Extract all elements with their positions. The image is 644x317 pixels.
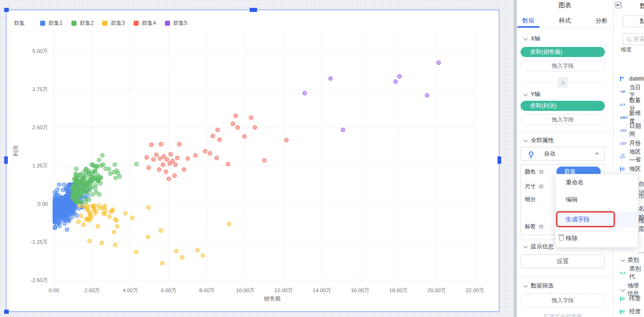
selection-handle-top-center[interactable]	[250, 8, 257, 12]
scatter-point[interactable]	[160, 261, 164, 265]
selection-handle-right-middle[interactable]	[498, 156, 501, 164]
selection-handle-left-middle[interactable]	[4, 156, 8, 164]
scatter-point[interactable]	[177, 142, 181, 146]
scatter-point[interactable]	[62, 183, 66, 186]
scatter-point[interactable]	[71, 196, 75, 200]
scatter-point[interactable]	[84, 184, 88, 187]
scatter-point[interactable]	[341, 128, 345, 132]
field-item[interactable]: 0.2类别代	[620, 269, 644, 277]
scatter-point[interactable]	[146, 235, 150, 239]
scatter-point[interactable]	[88, 239, 91, 243]
scatter-point[interactable]	[173, 174, 176, 178]
menu-item-generate-field[interactable]: 生成字段	[556, 212, 638, 227]
field-item[interactable]: TIF当日下	[620, 88, 644, 95]
scatter-point[interactable]	[101, 211, 105, 215]
scatter-point[interactable]	[94, 190, 98, 194]
scatter-point[interactable]	[175, 249, 178, 253]
search-field-box[interactable]: 搜索字段	[623, 33, 644, 45]
gear-icon[interactable]: ⚙	[539, 169, 544, 175]
scatter-point[interactable]	[242, 135, 246, 138]
scatter-point[interactable]	[101, 163, 105, 167]
scatter-point[interactable]	[195, 248, 199, 252]
scatter-point[interactable]	[96, 179, 100, 183]
x-axis-field-pill[interactable]: 求和(销售额)	[521, 47, 605, 57]
scatter-point[interactable]	[217, 138, 221, 141]
scatter-point[interactable]	[123, 212, 127, 215]
gear-icon[interactable]: ⚙	[539, 184, 544, 190]
scatter-point[interactable]	[75, 213, 79, 217]
scatter-point[interactable]	[135, 250, 138, 254]
scatter-point[interactable]	[79, 214, 83, 218]
scatter-point[interactable]	[285, 138, 288, 142]
selection-handle-top-left[interactable]	[4, 8, 9, 12]
field-item[interactable]: ABC新维度	[620, 114, 644, 121]
scatter-point[interactable]	[76, 176, 80, 179]
scatter-point[interactable]	[74, 167, 78, 171]
scatter-point[interactable]	[203, 150, 207, 153]
scatter-point[interactable]	[249, 116, 253, 120]
scatter-point[interactable]	[76, 181, 79, 184]
scatter-point[interactable]	[157, 167, 161, 171]
scatter-point[interactable]	[97, 158, 101, 162]
scatter-point[interactable]	[57, 219, 61, 222]
scatter-point[interactable]	[100, 241, 104, 245]
scatter-point[interactable]	[130, 216, 134, 219]
scatter-point[interactable]	[96, 225, 100, 228]
scatter-point[interactable]	[61, 188, 64, 192]
style-mode-select[interactable]: 自动	[521, 147, 605, 161]
collapse-panel-icon[interactable]: ▶	[615, 2, 622, 8]
scatter-point[interactable]	[100, 154, 104, 157]
scatter-point[interactable]	[112, 230, 116, 234]
scatter-point[interactable]	[161, 163, 165, 167]
scatter-point[interactable]	[71, 187, 75, 190]
scatter-point[interactable]	[165, 158, 169, 161]
scatter-point[interactable]	[303, 91, 306, 95]
scatter-point[interactable]	[115, 225, 119, 228]
selection-handle-bottom-left[interactable]	[4, 310, 9, 314]
section-tooltip[interactable]: 提示信息	[523, 243, 554, 251]
scatter-point[interactable]	[159, 229, 163, 232]
field-item[interactable]: 经度	[620, 308, 641, 315]
scatter-point[interactable]	[164, 170, 168, 173]
filter-drop-zone[interactable]: 拖入字段	[521, 294, 605, 307]
chart-widget[interactable]: 群集 群集1群集2群集3群集4群集5 0.002.00万4.00万6.00万8.…	[6, 10, 499, 312]
scatter-point[interactable]	[253, 126, 257, 129]
scatter-point[interactable]	[73, 192, 77, 196]
scatter-point[interactable]	[176, 156, 179, 160]
canvas-scrollbar[interactable]	[514, 0, 517, 317]
scatter-point[interactable]	[116, 171, 120, 175]
scatter-point[interactable]	[107, 167, 111, 171]
scatter-point[interactable]	[96, 173, 100, 177]
scatter-point[interactable]	[76, 220, 80, 224]
scatter-point[interactable]	[147, 166, 151, 169]
menu-item-rename[interactable]: 重命名	[556, 176, 638, 190]
gear-icon[interactable]: ⚙	[539, 224, 544, 230]
default-button[interactable]: 默认	[623, 15, 644, 27]
field-item[interactable]: 0.2数量分	[620, 101, 644, 108]
scatter-point[interactable]	[109, 210, 113, 213]
scatter-point[interactable]	[182, 167, 186, 171]
menu-item-remove[interactable]: 移除	[556, 231, 638, 245]
scatter-point[interactable]	[437, 61, 440, 64]
field-item[interactable]: datetime	[620, 75, 644, 82]
scatter-point[interactable]	[59, 203, 63, 207]
scatter-point[interactable]	[92, 164, 96, 167]
scatter-point[interactable]	[90, 185, 94, 189]
menu-item-edit[interactable]: 编辑	[556, 193, 638, 207]
scatter-point[interactable]	[263, 159, 266, 162]
scatter-point[interactable]	[74, 172, 77, 176]
scatter-point[interactable]	[93, 208, 96, 212]
scatter-point[interactable]	[101, 206, 105, 209]
scatter-plot[interactable]: 0.002.00万4.00万6.00万8.00万10.00万12.00万14.0…	[6, 10, 499, 311]
scatter-point[interactable]	[193, 154, 197, 157]
scatter-point[interactable]	[159, 142, 163, 146]
scatter-point[interactable]	[93, 212, 97, 215]
scatter-point[interactable]	[60, 214, 64, 218]
scatter-point[interactable]	[145, 156, 148, 159]
scatter-point[interactable]	[54, 198, 58, 202]
field-item[interactable]: 纬度	[620, 295, 641, 302]
scatter-point[interactable]	[78, 204, 82, 207]
scatter-point[interactable]	[84, 167, 88, 171]
scatter-point[interactable]	[65, 228, 69, 231]
scatter-point[interactable]	[227, 222, 231, 226]
